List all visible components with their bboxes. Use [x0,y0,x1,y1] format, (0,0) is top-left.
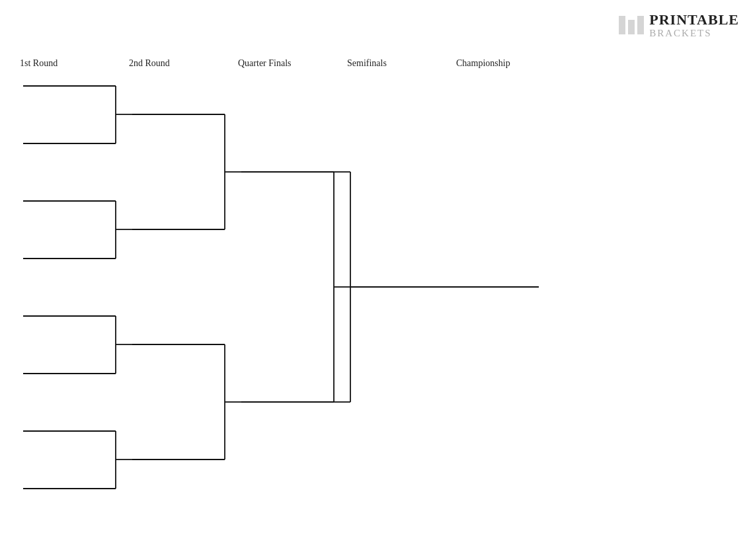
round-header-3: Quarter Finals [238,58,347,69]
logo: PRINTABLE BRACKETS [619,12,739,39]
logo-brackets: BRACKETS [649,28,739,39]
round-header-4: Semifinals [347,58,456,69]
round-header-5: Championship [456,58,565,69]
logo-printable: PRINTABLE [649,12,739,28]
round-header-1: 1st Round [20,58,129,69]
bracket-svg [10,73,711,549]
logo-text: PRINTABLE BRACKETS [649,12,739,39]
round-headers: 1st Round 2nd Round Quarter Finals Semif… [20,58,595,69]
logo-icon [619,16,644,34]
round-header-2: 2nd Round [129,58,238,69]
